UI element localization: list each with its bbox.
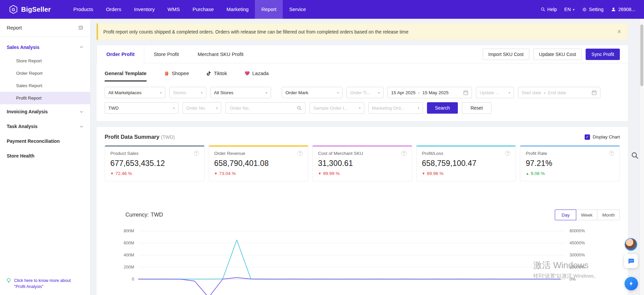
search-button[interactable]: Search — [427, 102, 458, 114]
settings-link[interactable]: Setting — [582, 7, 604, 12]
range-week-button[interactable]: Week — [576, 210, 597, 220]
order-time-select[interactable]: Order Ti... ▾ — [346, 87, 383, 98]
checkbox-checked-icon[interactable]: ✓ — [585, 134, 590, 140]
subtab-label: Lazada — [252, 70, 269, 76]
sidebar-group-sales-analysis[interactable]: Sales Analysis — [0, 40, 90, 55]
chevron-down-icon: ▾ — [173, 106, 175, 110]
triangle-down-icon: ▼ — [422, 172, 425, 175]
svg-text:30000%: 30000% — [570, 253, 585, 257]
stat-change: ▼73.04 % — [214, 171, 303, 176]
tab-store-profit[interactable]: Store Profit — [144, 45, 188, 63]
topnav-right: Help EN ▾ Setting 26908... — [541, 7, 644, 12]
stat-value: 677,653,435.12 — [110, 159, 199, 168]
order-mark-select[interactable]: Order Mark ▾ — [282, 87, 342, 98]
bigseller-logo[interactable]: G BigSeller — [9, 5, 51, 14]
sidebar-group-invoicing-analysis[interactable]: Invoicing Analysis — [0, 104, 90, 119]
search-icon[interactable] — [297, 106, 302, 111]
support-avatar[interactable] — [625, 238, 637, 251]
sidebar-item-store-report[interactable]: Store Report — [0, 55, 90, 67]
subtab-general-template[interactable]: General Template — [105, 70, 147, 81]
stat-value: 658,759,100.47 — [422, 159, 511, 168]
assistant-widget-button[interactable] — [625, 277, 638, 290]
platform-subtabs: General Template S Shopee Tiktok — [97, 63, 628, 81]
sample-order-select[interactable]: Sample Order I... ▾ — [310, 102, 364, 114]
sidebar-item-order-report[interactable]: Order Report — [0, 67, 90, 79]
update-time-select[interactable]: Update ... ▾ — [476, 87, 514, 98]
sidebar-group-task-analysis[interactable]: Task Analysis — [0, 119, 90, 134]
chat-widget-button[interactable] — [624, 254, 638, 268]
nav-inventory[interactable]: Inventory — [128, 0, 161, 19]
profit-analysis-tip-link[interactable]: Click here to know more about "Profit An… — [6, 278, 87, 290]
svg-text:200M: 200M — [124, 265, 134, 270]
release-date-range-picker[interactable]: Start date - End date — [518, 87, 600, 98]
scrollbar-thumb[interactable] — [640, 24, 643, 86]
help-icon[interactable]: ? — [401, 151, 407, 156]
sidebar-item-sales-report[interactable]: Sales Report — [0, 79, 90, 92]
nav-service[interactable]: Service — [283, 0, 312, 19]
floating-search-tool[interactable] — [631, 152, 639, 161]
range-day-button[interactable]: Day — [555, 210, 576, 220]
profit-tabs-card: Order Profit Store Profit Merchant SKU P… — [97, 45, 628, 121]
currency-select[interactable]: TWD ▾ — [105, 102, 178, 114]
subtab-lazada[interactable]: Lazada — [245, 70, 269, 80]
order-no-type-select[interactable]: Order No. ▾ — [182, 102, 221, 114]
nav-report[interactable]: Report — [255, 0, 283, 19]
svg-text:G: G — [12, 7, 15, 12]
sample-order-placeholder: Sample Order I... — [313, 106, 356, 111]
date-start-value: 15 Apr 2025 — [391, 90, 416, 95]
date-end-value: 15 May 2025 — [422, 90, 461, 95]
stat-label: Order Revenue — [214, 151, 245, 156]
help-icon[interactable]: ? — [298, 151, 303, 156]
stores-type-select[interactable]: Stores ▾ — [169, 87, 206, 98]
sidebar-item-payment-reconciliation[interactable]: Payment Reconciliation — [0, 134, 90, 149]
marketplace-select[interactable]: All Marketplaces ▾ — [105, 87, 165, 98]
tab-merchant-sku-profit[interactable]: Merchant SKU Profit — [188, 45, 253, 63]
sidebar-item-profit-report[interactable]: Profit Report — [0, 92, 90, 104]
subtab-shopee[interactable]: S Shopee — [164, 70, 189, 80]
nav-wms[interactable]: WMS — [161, 0, 186, 19]
sidebar-item-store-health[interactable]: Store Health — [0, 149, 90, 163]
account-menu[interactable]: 26908... — [611, 7, 635, 12]
marketing-order-select[interactable]: Marketing Ord... ▾ — [368, 102, 423, 114]
tab-order-profit[interactable]: Order Profit — [97, 45, 144, 63]
svg-text:800M: 800M — [124, 229, 134, 233]
chevron-down-icon: ▾ — [418, 106, 419, 110]
help-link[interactable]: Help — [541, 7, 557, 12]
all-stores-select[interactable]: All Stores ▾ — [210, 87, 271, 98]
nav-products[interactable]: Products — [67, 0, 100, 19]
nav-marketing[interactable]: Marketing — [220, 0, 255, 19]
display-chart-toggle[interactable]: ✓ Display Chart — [585, 134, 620, 140]
order-no-search-box — [225, 102, 306, 114]
subtab-tiktok[interactable]: Tiktok — [207, 70, 227, 80]
order-date-range-picker[interactable]: 15 Apr 2025 - 15 May 2025 — [387, 87, 472, 98]
nav-orders[interactable]: Orders — [100, 0, 128, 19]
order-mark-value: Order Mark — [285, 90, 334, 95]
help-icon[interactable]: ? — [609, 151, 614, 156]
help-icon[interactable]: ? — [194, 151, 199, 156]
stat-card-profit-loss: Profit/Loss? 658,759,100.47 ▼69.96 % — [416, 145, 516, 181]
range-month-button[interactable]: Month — [597, 210, 620, 220]
reset-button[interactable]: Reset — [462, 102, 491, 114]
stat-card-profit-rate: Profit Rate? 97.21% ▲9.08 % — [520, 145, 620, 181]
collapse-sidebar-icon[interactable] — [78, 25, 84, 31]
help-icon[interactable]: ? — [505, 151, 510, 156]
profit-data-summary-card: Profit Data Summary (TWD) ✓ Display Char… — [97, 127, 628, 295]
account-id: 26908... — [618, 7, 635, 12]
language-select[interactable]: EN ▾ — [564, 7, 574, 12]
triangle-down-icon: ▼ — [214, 172, 218, 175]
bigseller-logo-icon: G — [9, 5, 18, 14]
stat-label: Cost of Merchant SKU — [318, 151, 363, 156]
date-separator: - — [544, 90, 546, 95]
language-value: EN — [564, 7, 571, 12]
sync-profit-button[interactable]: Sync Profit — [586, 49, 620, 60]
order-no-input[interactable] — [229, 105, 294, 111]
nav-purchase[interactable]: Purchase — [186, 0, 220, 19]
chevron-down-icon: ▾ — [508, 91, 510, 95]
stat-value: 658,790,401.08 — [214, 159, 303, 168]
chevron-down-icon: ▾ — [573, 8, 575, 11]
close-icon[interactable]: × — [616, 28, 623, 36]
import-sku-cost-button[interactable]: Import SKU Cost — [483, 49, 529, 60]
update-sku-cost-button[interactable]: Update SKU Cost — [533, 49, 582, 60]
summary-currency: (TWD) — [161, 134, 175, 140]
svg-text:0%: 0% — [570, 277, 576, 282]
